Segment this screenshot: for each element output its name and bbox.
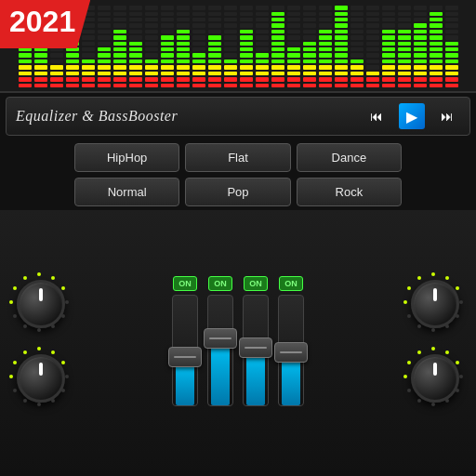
eq-segment — [319, 60, 332, 63]
eq-bar-23 — [382, 6, 395, 87]
fader4-handle[interactable] — [274, 342, 308, 363]
eq-segment — [208, 72, 221, 75]
eq-segment — [398, 72, 411, 75]
eq-segment — [382, 47, 395, 51]
eq-segment — [414, 77, 427, 81]
preset-hiphop-button[interactable]: HipHop — [74, 143, 179, 172]
eq-segment — [192, 12, 205, 16]
eq-segment — [319, 47, 332, 51]
eq-segment — [161, 60, 174, 63]
eq-segment — [287, 30, 300, 33]
eq-segment — [113, 77, 126, 81]
eq-segment — [66, 65, 79, 69]
fader3-on-badge[interactable]: ON — [244, 276, 268, 291]
eq-segment — [240, 47, 253, 51]
eq-segment — [208, 30, 221, 33]
next-button[interactable]: ⏭ — [434, 103, 460, 129]
left-knob-top[interactable] — [17, 280, 65, 328]
eq-segment — [445, 18, 458, 21]
eq-segment — [98, 84, 111, 87]
eq-segment — [414, 60, 427, 63]
eq-segment — [208, 12, 221, 16]
eq-segment — [240, 42, 253, 46]
eq-segment — [287, 65, 300, 69]
eq-segment — [208, 35, 221, 39]
eq-bar-27 — [445, 6, 458, 87]
eq-segment — [271, 30, 284, 33]
fader3-handle[interactable] — [239, 337, 272, 358]
eq-segment — [240, 53, 253, 57]
knob-dot — [9, 300, 13, 304]
eq-segment — [287, 42, 300, 46]
eq-segment — [98, 47, 111, 51]
eq-segment — [224, 84, 237, 87]
eq-segment — [335, 42, 348, 46]
knob-dot — [23, 399, 27, 403]
eq-segment — [366, 6, 379, 9]
knob-dot — [445, 276, 449, 280]
preset-dance-button[interactable]: Dance — [297, 143, 402, 172]
eq-segment — [414, 72, 427, 75]
play-button[interactable]: ▶ — [399, 103, 425, 129]
eq-segment — [240, 18, 253, 21]
eq-segment — [98, 30, 111, 33]
eq-segment — [161, 18, 174, 21]
eq-segment — [335, 53, 348, 57]
eq-bar-26 — [430, 6, 443, 87]
preset-flat-button[interactable]: Flat — [185, 143, 290, 172]
eq-segment — [319, 18, 332, 21]
eq-segment — [414, 18, 427, 21]
eq-segment — [335, 23, 348, 27]
fader2-track — [207, 295, 233, 406]
eq-segment — [113, 18, 126, 21]
knob-dot — [51, 324, 55, 328]
knob-dot — [65, 300, 69, 304]
eq-segment — [224, 42, 237, 46]
eq-segment — [177, 23, 190, 27]
eq-segment — [303, 18, 316, 21]
prev-button[interactable]: ⏮ — [364, 103, 390, 129]
eq-segment — [161, 65, 174, 69]
eq-segment — [82, 72, 95, 75]
year-badge: 2021 — [0, 0, 90, 48]
eq-segment — [208, 77, 221, 81]
eq-segment — [113, 6, 126, 9]
fader2-on-badge[interactable]: ON — [208, 276, 232, 291]
left-knob-bottom[interactable] — [17, 354, 65, 403]
eq-segment — [430, 6, 443, 9]
eq-segment — [224, 72, 237, 75]
presets-grid: HipHopFlatDanceNormalPopRock — [74, 143, 402, 206]
knob-dot — [23, 324, 27, 328]
eq-segment — [208, 65, 221, 69]
eq-segment — [382, 30, 395, 33]
eq-bar-13 — [224, 6, 237, 87]
preset-normal-button[interactable]: Normal — [74, 178, 179, 206]
fader1-handle[interactable] — [168, 347, 202, 367]
mixer-section: ONONONON — [0, 210, 476, 476]
fader2-handle[interactable] — [204, 328, 237, 349]
eq-segment — [303, 23, 316, 27]
knob-dot — [431, 347, 435, 350]
preset-pop-button[interactable]: Pop — [185, 178, 290, 206]
eq-segment — [208, 53, 221, 57]
fader3-column: ON — [243, 276, 269, 406]
preset-rock-button[interactable]: Rock — [297, 178, 402, 206]
fader4-on-badge[interactable]: ON — [279, 276, 303, 291]
right-knob-bottom[interactable] — [411, 354, 459, 403]
eq-segment — [430, 72, 443, 75]
eq-segment — [319, 65, 332, 69]
right-knob-top[interactable] — [411, 280, 459, 328]
eq-segment — [129, 65, 142, 69]
eq-segment — [145, 60, 158, 63]
eq-segment — [161, 42, 174, 46]
knob-dot — [407, 286, 411, 290]
eq-segment — [414, 23, 427, 27]
fader1-on-badge[interactable]: ON — [173, 276, 197, 291]
eq-segment — [240, 84, 253, 87]
knob-dot — [9, 375, 13, 378]
eq-segment — [398, 30, 411, 33]
eq-segment — [129, 30, 142, 33]
eq-bar-15 — [256, 6, 269, 87]
eq-segment — [240, 30, 253, 33]
eq-segment — [145, 53, 158, 57]
